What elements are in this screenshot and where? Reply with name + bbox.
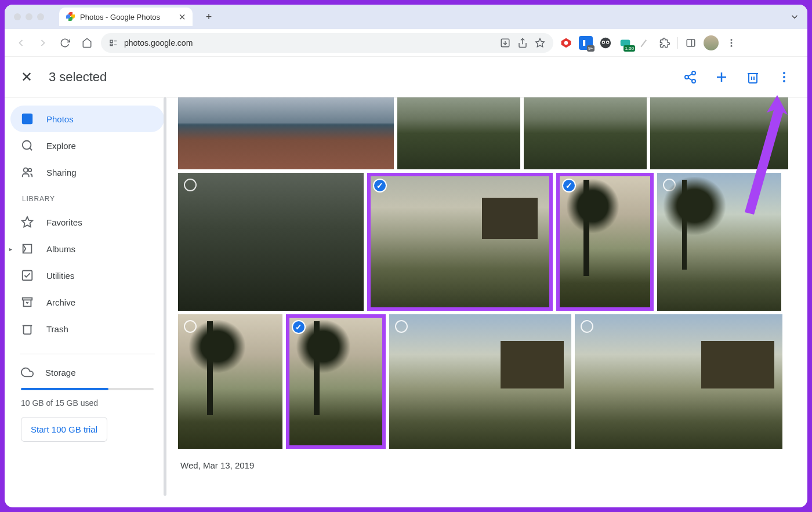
svg-rect-43 — [23, 298, 32, 300]
sidebar-item-sharing[interactable]: Sharing — [10, 159, 164, 186]
sidebar-item-storage[interactable]: Storage — [21, 366, 154, 379]
svg-point-9 — [564, 41, 568, 45]
new-tab-button[interactable]: + — [201, 9, 217, 25]
photo-thumbnail-selected[interactable] — [556, 173, 654, 311]
clear-selection-button[interactable]: ✕ — [21, 69, 32, 85]
storage-usage: 10 GB of 15 GB used — [21, 398, 154, 408]
bookmark-star-icon[interactable] — [535, 38, 545, 48]
side-panel-icon[interactable] — [684, 36, 698, 50]
svg-rect-11 — [583, 40, 585, 46]
svg-point-34 — [783, 80, 785, 82]
nav-label: Archive — [46, 297, 75, 307]
maximize-window[interactable] — [37, 13, 44, 20]
divider — [20, 354, 155, 354]
address-bar[interactable]: photos.google.com — [101, 33, 553, 53]
photo-thumbnail[interactable] — [178, 173, 364, 311]
profile-avatar[interactable] — [704, 35, 719, 50]
svg-marker-41 — [22, 217, 32, 227]
album-icon — [21, 242, 34, 255]
select-circle[interactable] — [184, 320, 197, 333]
reload-button[interactable] — [57, 35, 73, 51]
people-icon — [21, 166, 34, 179]
window-controls[interactable] — [14, 13, 44, 20]
share-button-icon[interactable] — [683, 70, 697, 84]
extension-icon[interactable] — [638, 36, 652, 50]
minimize-window[interactable] — [26, 13, 32, 20]
checkmark-icon[interactable] — [562, 179, 576, 193]
trash-icon — [21, 322, 34, 335]
select-circle[interactable] — [184, 179, 197, 191]
photo-thumbnail[interactable] — [657, 173, 781, 311]
sidebar-item-archive[interactable]: Archive — [10, 289, 164, 315]
svg-point-39 — [24, 168, 28, 172]
url-text: photos.google.com — [124, 38, 193, 48]
extensions-menu-icon[interactable] — [658, 36, 672, 50]
photo-thumbnail[interactable] — [389, 314, 571, 449]
utilities-icon — [21, 269, 34, 282]
close-tab-icon[interactable]: × — [179, 10, 186, 24]
photo-thumbnail-selected[interactable] — [367, 173, 553, 311]
forward-button[interactable] — [35, 35, 51, 51]
share-icon[interactable] — [517, 38, 528, 48]
svg-point-33 — [783, 76, 785, 78]
date-header: Wed, Mar 13, 2019 — [178, 452, 807, 474]
add-to-button-icon[interactable] — [715, 70, 728, 84]
svg-rect-0 — [110, 40, 113, 42]
start-trial-button[interactable]: Start 100 GB trial — [21, 417, 107, 442]
selection-bar: ✕ 3 selected — [5, 57, 807, 97]
site-settings-icon — [109, 38, 118, 48]
browser-tab[interactable]: Photos - Google Photos × — [59, 8, 193, 26]
browser-menu-icon[interactable] — [724, 36, 738, 50]
nav-label: Photos — [46, 114, 74, 124]
svg-point-32 — [783, 72, 785, 74]
archive-icon — [21, 296, 34, 308]
nav-label: Favorites — [46, 217, 82, 227]
photo-icon — [21, 112, 34, 125]
checkmark-icon[interactable] — [292, 320, 306, 334]
photo-thumbnail-selected[interactable] — [286, 314, 386, 449]
sidebar-item-trash[interactable]: Trash — [10, 315, 164, 342]
extension-icon[interactable]: 9+ — [579, 36, 593, 50]
nav-label: Explore — [46, 141, 76, 151]
svg-line-26 — [688, 74, 693, 76]
svg-point-15 — [603, 41, 604, 43]
select-circle[interactable] — [663, 179, 676, 191]
home-button[interactable] — [79, 35, 95, 51]
sidebar-item-utilities[interactable]: Utilities — [10, 262, 164, 289]
back-button[interactable] — [13, 35, 29, 51]
photo-thumbnail[interactable] — [524, 97, 647, 169]
selection-count: 3 selected — [49, 70, 107, 85]
photo-thumbnail[interactable] — [650, 97, 788, 169]
close-window[interactable] — [14, 13, 21, 20]
browser-toolbar: photos.google.com 9+ 1.00 — [5, 29, 807, 57]
photo-thumbnail[interactable] — [397, 97, 520, 169]
svg-line-27 — [688, 78, 693, 80]
more-options-icon[interactable] — [777, 70, 791, 84]
nav-label: Albums — [46, 244, 75, 254]
sidebar-item-favorites[interactable]: Favorites — [10, 209, 164, 235]
delete-button-icon[interactable] — [746, 70, 760, 84]
checkmark-icon[interactable] — [373, 179, 387, 193]
photo-thumbnail[interactable] — [178, 97, 394, 169]
svg-point-21 — [731, 42, 733, 43]
sidebar-item-albums[interactable]: ▸ Albums — [10, 235, 164, 262]
svg-point-16 — [607, 41, 608, 43]
sidebar-item-explore[interactable]: Explore — [10, 132, 164, 159]
select-circle[interactable] — [581, 320, 593, 333]
photo-thumbnail[interactable] — [575, 314, 782, 449]
nav-label: Trash — [46, 324, 68, 334]
extension-icon[interactable] — [599, 36, 612, 50]
svg-rect-1 — [110, 44, 113, 46]
svg-point-37 — [23, 141, 31, 150]
extension-icon[interactable]: 1.00 — [618, 36, 632, 50]
svg-point-36 — [24, 116, 26, 118]
svg-point-20 — [731, 39, 733, 41]
svg-line-38 — [30, 148, 32, 150]
install-icon[interactable] — [500, 38, 510, 48]
caret-icon: ▸ — [9, 246, 12, 252]
photo-thumbnail[interactable] — [178, 314, 282, 449]
tab-overflow-icon[interactable] — [788, 10, 802, 24]
adblock-extension-icon[interactable] — [559, 36, 573, 50]
sidebar-item-photos[interactable]: Photos — [10, 106, 164, 132]
select-circle[interactable] — [395, 320, 408, 333]
